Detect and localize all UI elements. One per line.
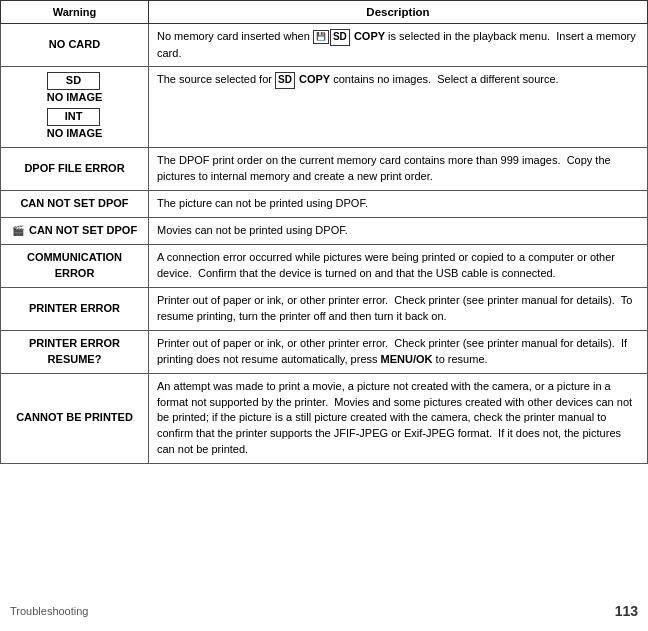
warning-no-card: NO CARD bbox=[1, 24, 149, 67]
col-header-description: Description bbox=[149, 1, 648, 24]
table-row: COMMUNICATION ERROR A connection error o… bbox=[1, 244, 648, 287]
desc-printer-error-resume: Printer out of paper or ink, or other pr… bbox=[149, 330, 648, 373]
sd-icon: SD bbox=[47, 72, 101, 90]
footer-label: Troubleshooting bbox=[10, 605, 88, 617]
table-row: SD NO IMAGE INT NO IMAGE The source sele… bbox=[1, 67, 648, 148]
no-image-warning-group: SD NO IMAGE INT NO IMAGE bbox=[9, 72, 140, 142]
table-row: CANNOT BE PRINTED An attempt was made to… bbox=[1, 373, 648, 464]
warning-communication-error: COMMUNICATION ERROR bbox=[1, 244, 149, 287]
warning-printer-error: PRINTER ERROR bbox=[1, 287, 149, 330]
table-row: PRINTER ERROR Printer out of paper or in… bbox=[1, 287, 648, 330]
warning-cannot-set-dpof: CAN NOT SET DPOF bbox=[1, 191, 149, 218]
desc-no-card: No memory card inserted when 💾SD COPY is… bbox=[149, 24, 648, 67]
table-row: CAN NOT SET DPOF The picture can not be … bbox=[1, 191, 648, 218]
footer-page-number: 113 bbox=[615, 603, 638, 619]
movie-icon: 🎬 bbox=[12, 224, 24, 239]
table-row: 🎬 CAN NOT SET DPOF Movies can not be pri… bbox=[1, 218, 648, 245]
desc-cannot-set-dpof-movie: Movies can not be printed using DPOF. bbox=[149, 218, 648, 245]
col-header-warning: Warning bbox=[1, 1, 149, 24]
warning-cannot-be-printed: CANNOT BE PRINTED bbox=[1, 373, 149, 464]
warning-dpof-file-error: DPOF FILE ERROR bbox=[1, 148, 149, 191]
int-icon: INT bbox=[47, 108, 101, 126]
warning-cannot-set-dpof-movie: 🎬 CAN NOT SET DPOF bbox=[1, 218, 149, 245]
copy-icon: 💾 bbox=[313, 30, 329, 44]
table-row: NO CARD No memory card inserted when 💾SD… bbox=[1, 24, 648, 67]
page-content: Warning Description NO CARD No memory ca… bbox=[0, 0, 648, 464]
warnings-table: Warning Description NO CARD No memory ca… bbox=[0, 0, 648, 464]
page-footer: Troubleshooting 113 bbox=[0, 603, 648, 619]
no-image-sd-line: SD NO IMAGE bbox=[47, 72, 103, 106]
desc-communication-error: A connection error occurred while pictur… bbox=[149, 244, 648, 287]
desc-printer-error: Printer out of paper or ink, or other pr… bbox=[149, 287, 648, 330]
desc-dpof-file-error: The DPOF print order on the current memo… bbox=[149, 148, 648, 191]
table-row: PRINTER ERRORRESUME? Printer out of pape… bbox=[1, 330, 648, 373]
no-image-int-line: INT NO IMAGE bbox=[47, 108, 103, 142]
warning-no-image: SD NO IMAGE INT NO IMAGE bbox=[1, 67, 149, 148]
desc-no-image: The source selected for SD COPY contains… bbox=[149, 67, 648, 148]
table-row: DPOF FILE ERROR The DPOF print order on … bbox=[1, 148, 648, 191]
desc-cannot-set-dpof: The picture can not be printed using DPO… bbox=[149, 191, 648, 218]
warning-printer-error-resume: PRINTER ERRORRESUME? bbox=[1, 330, 149, 373]
desc-cannot-be-printed: An attempt was made to print a movie, a … bbox=[149, 373, 648, 464]
